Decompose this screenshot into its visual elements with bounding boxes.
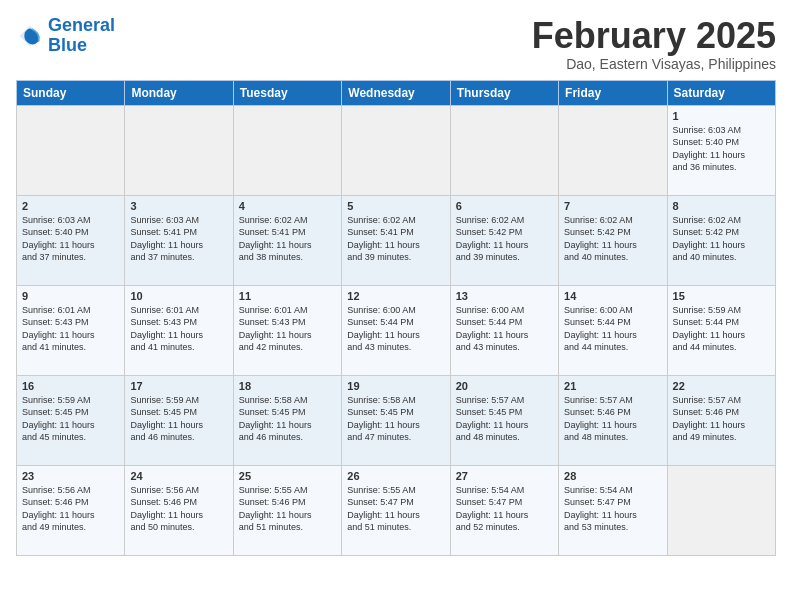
calendar-cell: 2Sunrise: 6:03 AM Sunset: 5:40 PM Daylig… (17, 195, 125, 285)
calendar-cell (667, 465, 775, 555)
calendar-cell: 24Sunrise: 5:56 AM Sunset: 5:46 PM Dayli… (125, 465, 233, 555)
page-header: General Blue February 2025 Dao, Eastern … (16, 16, 776, 72)
day-number: 4 (239, 200, 336, 212)
day-info: Sunrise: 5:58 AM Sunset: 5:45 PM Dayligh… (239, 394, 336, 444)
calendar-week-4: 16Sunrise: 5:59 AM Sunset: 5:45 PM Dayli… (17, 375, 776, 465)
calendar-cell: 26Sunrise: 5:55 AM Sunset: 5:47 PM Dayli… (342, 465, 450, 555)
location-subtitle: Dao, Eastern Visayas, Philippines (532, 56, 776, 72)
calendar-cell: 23Sunrise: 5:56 AM Sunset: 5:46 PM Dayli… (17, 465, 125, 555)
day-info: Sunrise: 5:57 AM Sunset: 5:46 PM Dayligh… (673, 394, 770, 444)
day-info: Sunrise: 6:02 AM Sunset: 5:42 PM Dayligh… (673, 214, 770, 264)
title-block: February 2025 Dao, Eastern Visayas, Phil… (532, 16, 776, 72)
day-number: 7 (564, 200, 661, 212)
logo-line1: General (48, 16, 115, 36)
day-info: Sunrise: 6:00 AM Sunset: 5:44 PM Dayligh… (456, 304, 553, 354)
calendar-cell: 27Sunrise: 5:54 AM Sunset: 5:47 PM Dayli… (450, 465, 558, 555)
day-number: 3 (130, 200, 227, 212)
day-number: 13 (456, 290, 553, 302)
calendar-cell (125, 105, 233, 195)
day-number: 18 (239, 380, 336, 392)
calendar-cell: 1Sunrise: 6:03 AM Sunset: 5:40 PM Daylig… (667, 105, 775, 195)
calendar-cell: 10Sunrise: 6:01 AM Sunset: 5:43 PM Dayli… (125, 285, 233, 375)
day-number: 15 (673, 290, 770, 302)
day-header-wednesday: Wednesday (342, 80, 450, 105)
calendar-table: SundayMondayTuesdayWednesdayThursdayFrid… (16, 80, 776, 556)
day-number: 12 (347, 290, 444, 302)
calendar-cell (450, 105, 558, 195)
calendar-week-1: 1Sunrise: 6:03 AM Sunset: 5:40 PM Daylig… (17, 105, 776, 195)
day-number: 10 (130, 290, 227, 302)
day-number: 1 (673, 110, 770, 122)
day-info: Sunrise: 6:00 AM Sunset: 5:44 PM Dayligh… (564, 304, 661, 354)
day-info: Sunrise: 6:01 AM Sunset: 5:43 PM Dayligh… (22, 304, 119, 354)
calendar-cell: 17Sunrise: 5:59 AM Sunset: 5:45 PM Dayli… (125, 375, 233, 465)
calendar-cell: 14Sunrise: 6:00 AM Sunset: 5:44 PM Dayli… (559, 285, 667, 375)
day-number: 24 (130, 470, 227, 482)
day-number: 20 (456, 380, 553, 392)
month-title: February 2025 (532, 16, 776, 56)
day-info: Sunrise: 6:03 AM Sunset: 5:40 PM Dayligh… (22, 214, 119, 264)
day-number: 8 (673, 200, 770, 212)
logo: General Blue (16, 16, 115, 56)
day-number: 2 (22, 200, 119, 212)
day-info: Sunrise: 6:02 AM Sunset: 5:42 PM Dayligh… (456, 214, 553, 264)
calendar-cell: 12Sunrise: 6:00 AM Sunset: 5:44 PM Dayli… (342, 285, 450, 375)
day-number: 27 (456, 470, 553, 482)
day-header-saturday: Saturday (667, 80, 775, 105)
day-info: Sunrise: 5:57 AM Sunset: 5:46 PM Dayligh… (564, 394, 661, 444)
day-header-tuesday: Tuesday (233, 80, 341, 105)
day-info: Sunrise: 5:54 AM Sunset: 5:47 PM Dayligh… (456, 484, 553, 534)
calendar-cell: 19Sunrise: 5:58 AM Sunset: 5:45 PM Dayli… (342, 375, 450, 465)
calendar-cell: 16Sunrise: 5:59 AM Sunset: 5:45 PM Dayli… (17, 375, 125, 465)
day-number: 9 (22, 290, 119, 302)
logo-line2: Blue (48, 36, 115, 56)
calendar-cell: 28Sunrise: 5:54 AM Sunset: 5:47 PM Dayli… (559, 465, 667, 555)
day-info: Sunrise: 5:54 AM Sunset: 5:47 PM Dayligh… (564, 484, 661, 534)
calendar-cell (559, 105, 667, 195)
day-number: 11 (239, 290, 336, 302)
day-number: 5 (347, 200, 444, 212)
day-info: Sunrise: 6:03 AM Sunset: 5:41 PM Dayligh… (130, 214, 227, 264)
calendar-cell: 11Sunrise: 6:01 AM Sunset: 5:43 PM Dayli… (233, 285, 341, 375)
calendar-cell: 15Sunrise: 5:59 AM Sunset: 5:44 PM Dayli… (667, 285, 775, 375)
calendar-cell (233, 105, 341, 195)
calendar-cell: 25Sunrise: 5:55 AM Sunset: 5:46 PM Dayli… (233, 465, 341, 555)
calendar-cell: 5Sunrise: 6:02 AM Sunset: 5:41 PM Daylig… (342, 195, 450, 285)
day-info: Sunrise: 5:59 AM Sunset: 5:45 PM Dayligh… (22, 394, 119, 444)
day-info: Sunrise: 5:55 AM Sunset: 5:47 PM Dayligh… (347, 484, 444, 534)
calendar-cell: 6Sunrise: 6:02 AM Sunset: 5:42 PM Daylig… (450, 195, 558, 285)
calendar-cell: 8Sunrise: 6:02 AM Sunset: 5:42 PM Daylig… (667, 195, 775, 285)
calendar-week-3: 9Sunrise: 6:01 AM Sunset: 5:43 PM Daylig… (17, 285, 776, 375)
day-info: Sunrise: 5:56 AM Sunset: 5:46 PM Dayligh… (22, 484, 119, 534)
day-info: Sunrise: 6:02 AM Sunset: 5:41 PM Dayligh… (347, 214, 444, 264)
calendar-cell (342, 105, 450, 195)
day-header-sunday: Sunday (17, 80, 125, 105)
calendar-week-2: 2Sunrise: 6:03 AM Sunset: 5:40 PM Daylig… (17, 195, 776, 285)
day-number: 19 (347, 380, 444, 392)
calendar-cell: 22Sunrise: 5:57 AM Sunset: 5:46 PM Dayli… (667, 375, 775, 465)
day-info: Sunrise: 6:00 AM Sunset: 5:44 PM Dayligh… (347, 304, 444, 354)
day-info: Sunrise: 6:01 AM Sunset: 5:43 PM Dayligh… (239, 304, 336, 354)
logo-icon (16, 22, 44, 50)
calendar-header-row: SundayMondayTuesdayWednesdayThursdayFrid… (17, 80, 776, 105)
calendar-cell: 20Sunrise: 5:57 AM Sunset: 5:45 PM Dayli… (450, 375, 558, 465)
day-number: 16 (22, 380, 119, 392)
day-header-monday: Monday (125, 80, 233, 105)
day-number: 14 (564, 290, 661, 302)
day-info: Sunrise: 5:57 AM Sunset: 5:45 PM Dayligh… (456, 394, 553, 444)
day-info: Sunrise: 6:02 AM Sunset: 5:41 PM Dayligh… (239, 214, 336, 264)
day-number: 28 (564, 470, 661, 482)
day-info: Sunrise: 5:58 AM Sunset: 5:45 PM Dayligh… (347, 394, 444, 444)
calendar-cell: 4Sunrise: 6:02 AM Sunset: 5:41 PM Daylig… (233, 195, 341, 285)
day-number: 22 (673, 380, 770, 392)
calendar-cell: 13Sunrise: 6:00 AM Sunset: 5:44 PM Dayli… (450, 285, 558, 375)
day-number: 23 (22, 470, 119, 482)
day-header-thursday: Thursday (450, 80, 558, 105)
day-info: Sunrise: 6:01 AM Sunset: 5:43 PM Dayligh… (130, 304, 227, 354)
calendar-cell: 21Sunrise: 5:57 AM Sunset: 5:46 PM Dayli… (559, 375, 667, 465)
calendar-cell: 3Sunrise: 6:03 AM Sunset: 5:41 PM Daylig… (125, 195, 233, 285)
day-number: 17 (130, 380, 227, 392)
day-info: Sunrise: 5:59 AM Sunset: 5:45 PM Dayligh… (130, 394, 227, 444)
day-header-friday: Friday (559, 80, 667, 105)
calendar-cell (17, 105, 125, 195)
